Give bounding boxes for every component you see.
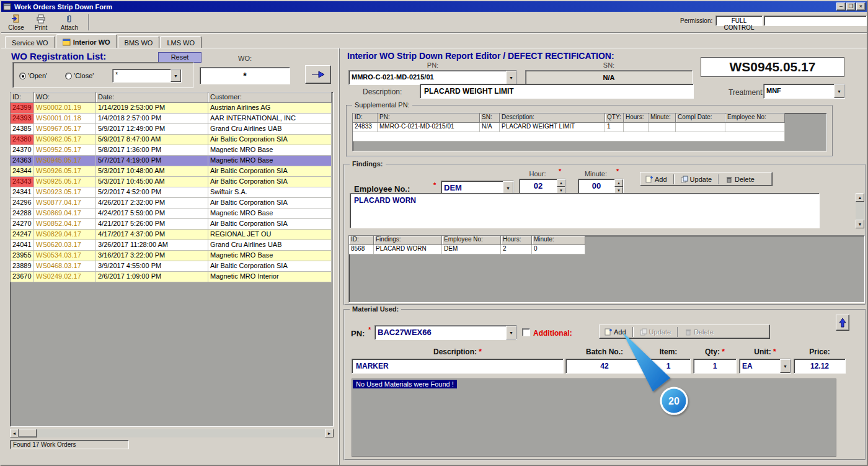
interior-wo-tab-icon bbox=[63, 38, 71, 46]
material-description-field[interactable]: MARKER bbox=[352, 359, 564, 374]
table-row[interactable]: 24833MMRO-C-021-MD-0215/01N/APLACARD WEI… bbox=[353, 123, 826, 132]
column-header[interactable]: Minute: bbox=[649, 114, 676, 123]
table-row[interactable]: 24363WS0945.05.175/7/2017 4:19:00 PMMagn… bbox=[11, 156, 333, 166]
table-row[interactable]: 24341WS0923.05.175/2/2017 4:52:00 PMSwif… bbox=[11, 187, 333, 198]
scroll-right-icon[interactable]: ► bbox=[325, 429, 334, 437]
price-field[interactable]: 12.12 bbox=[794, 359, 846, 374]
qty-field[interactable]: 1 bbox=[693, 359, 737, 374]
table-row[interactable]: 24343WS0925.05.175/3/2017 10:45:00 AMAir… bbox=[11, 177, 333, 187]
radio-open-label: 'Open' bbox=[28, 72, 47, 79]
description-field[interactable]: PLACARD WEIGHT LIMIT bbox=[420, 84, 694, 99]
row-customer: Grand Cru Airlines UAB bbox=[208, 124, 332, 135]
list-filter-combo[interactable]: * ▼ bbox=[112, 69, 182, 83]
column-header[interactable]: Employee No: bbox=[725, 114, 785, 123]
column-header[interactable]: Customer: bbox=[208, 92, 332, 103]
callout-number: 20 bbox=[668, 396, 680, 406]
title-bar[interactable]: Work Orders Strip Down Form – ❐ × bbox=[1, 1, 867, 12]
spin-up-icon[interactable]: ▲ bbox=[557, 179, 565, 187]
row-customer: Grand Cru Airlines UAB bbox=[208, 240, 332, 251]
tab-lms-wo[interactable]: LMS WO bbox=[160, 36, 202, 48]
column-header[interactable]: WO: bbox=[34, 92, 96, 103]
table-row[interactable]: 24270WS0852.04.174/21/2017 5:26:00 PMAir… bbox=[11, 219, 333, 230]
row-id: 24344 bbox=[11, 166, 34, 177]
table-row[interactable]: 24399WS0002.01.191/14/2019 2:53:00 PMAus… bbox=[11, 103, 333, 114]
chevron-down-icon[interactable]: ▼ bbox=[170, 69, 181, 82]
attach-button[interactable]: Attach bbox=[56, 13, 83, 32]
column-header[interactable]: Hours: bbox=[501, 236, 532, 245]
spin-up-icon[interactable]: ▲ bbox=[614, 179, 623, 187]
maximize-button[interactable]: ❐ bbox=[846, 2, 856, 11]
tab-label: Interior WO bbox=[73, 38, 110, 46]
table-row[interactable]: 24385WS0967.05.175/9/2017 12:49:00 PMGra… bbox=[11, 124, 333, 135]
label-text: Description: bbox=[433, 347, 477, 356]
row-wo: WS0829.04.17 bbox=[34, 230, 96, 240]
table-row[interactable]: 24393WS0001.01.181/4/2018 2:57:00 PMAAR … bbox=[11, 114, 333, 124]
pn-combo[interactable]: MMRO-C-021-MD-0215/01 ▼ bbox=[348, 70, 517, 85]
close-button-label: Close bbox=[8, 24, 24, 31]
findings-text-area[interactable]: PLACARD WORN bbox=[350, 193, 820, 228]
table-row[interactable]: 24344WS0926.05.175/3/2017 10:48:00 AMAir… bbox=[11, 166, 333, 177]
scroll-up-icon[interactable]: ▲ bbox=[856, 193, 864, 202]
table-row[interactable]: 24288WS0869.04.174/24/2017 5:59:00 PMMag… bbox=[11, 208, 333, 219]
wo-grid-hscrollbar[interactable]: ◄ ► bbox=[10, 429, 334, 437]
tab-interior-wo[interactable]: Interior WO bbox=[56, 34, 117, 48]
wo-search-input[interactable]: * bbox=[200, 67, 290, 84]
findings-vscrollbar[interactable]: ▲ ▼ bbox=[856, 193, 864, 228]
search-arrow-button[interactable] bbox=[305, 65, 331, 84]
column-header[interactable]: Date: bbox=[96, 92, 208, 103]
scrollbar-track[interactable] bbox=[856, 202, 864, 220]
table-row[interactable]: 23670WS0249.02.172/6/2017 1:09:00 PMMagn… bbox=[11, 272, 333, 282]
collapse-up-button[interactable] bbox=[836, 315, 849, 331]
table-row[interactable]: 24041WS0620.03.173/26/2017 11:28:00 AMGr… bbox=[11, 240, 333, 251]
table-row[interactable]: 24380WS0962.05.175/9/2017 8:47:00 AMAir … bbox=[11, 135, 333, 145]
scrollbar-track[interactable] bbox=[37, 429, 325, 437]
column-header[interactable]: Hours: bbox=[624, 114, 649, 123]
column-header[interactable]: PN: bbox=[378, 114, 480, 123]
scroll-left-icon[interactable]: ◄ bbox=[10, 429, 19, 437]
minimize-button[interactable]: – bbox=[836, 2, 846, 11]
scroll-down-icon[interactable]: ▼ bbox=[856, 220, 864, 228]
column-header[interactable]: ID: bbox=[349, 236, 374, 245]
column-header[interactable]: ID: bbox=[11, 92, 34, 103]
tab-bms-wo[interactable]: BMS WO bbox=[118, 36, 160, 48]
radio-close[interactable]: 'Close' bbox=[65, 72, 94, 79]
table-row[interactable]: 24247WS0829.04.174/17/2017 4:37:00 PMREG… bbox=[11, 230, 333, 240]
table-row[interactable]: 23889WS0468.03.173/9/2017 4:55:00 PMAir … bbox=[11, 261, 333, 272]
chevron-down-icon[interactable]: ▼ bbox=[780, 359, 790, 373]
unit-combo[interactable]: EA ▼ bbox=[739, 359, 791, 374]
column-header[interactable]: SN: bbox=[480, 114, 500, 123]
material-pn-combo[interactable]: BAC27WEX66 ▼ bbox=[374, 325, 517, 340]
row-wo: WS0877.04.17 bbox=[34, 198, 96, 208]
column-header[interactable]: Description: bbox=[500, 114, 605, 123]
column-header[interactable]: Findings: bbox=[374, 236, 442, 245]
chevron-down-icon[interactable]: ▼ bbox=[834, 84, 844, 98]
treatment-combo[interactable]: MNF ▼ bbox=[763, 84, 845, 99]
findings-delete-button[interactable]: Delete bbox=[720, 174, 760, 184]
column-header[interactable]: QTY: bbox=[605, 114, 624, 123]
list-filter-combo-value: * bbox=[113, 69, 170, 82]
table-row[interactable]: 24296WS0877.04.174/26/2017 2:32:00 PMAir… bbox=[11, 198, 333, 208]
supp-table-body: 24833MMRO-C-021-MD-0215/01N/APLACARD WEI… bbox=[353, 123, 826, 132]
minute-value: 00 bbox=[578, 179, 614, 194]
chevron-down-icon[interactable]: ▼ bbox=[506, 326, 516, 339]
close-window-button[interactable]: × bbox=[856, 2, 866, 11]
print-button[interactable]: Print bbox=[30, 13, 52, 32]
description-label: Description: bbox=[363, 87, 402, 96]
reset-button[interactable]: Reset bbox=[158, 52, 202, 63]
scrollbar-thumb[interactable] bbox=[19, 429, 37, 437]
row-date: 3/26/2017 11:28:00 AM bbox=[96, 240, 208, 251]
column-header[interactable]: Employee No: bbox=[442, 236, 501, 245]
tab-service-wo[interactable]: Service WO bbox=[5, 36, 55, 48]
table-row[interactable]: 23955WS0534.03.173/16/2017 3:22:00 PMMag… bbox=[11, 251, 333, 261]
column-header[interactable]: Minute: bbox=[532, 236, 585, 245]
findings-add-button[interactable]: Add bbox=[640, 174, 672, 184]
chevron-down-icon[interactable]: ▼ bbox=[506, 71, 516, 84]
additional-checkbox[interactable] bbox=[522, 328, 530, 336]
column-header[interactable]: Compl Date: bbox=[676, 114, 725, 123]
table-row[interactable]: 24370WS0952.05.175/8/2017 1:36:00 PMMagn… bbox=[11, 145, 333, 156]
close-button[interactable]: Close bbox=[5, 13, 27, 32]
radio-open[interactable]: 'Open' bbox=[19, 72, 47, 79]
findings-update-button[interactable]: Update bbox=[676, 174, 717, 184]
table-row[interactable]: 8568PLACARD WORNDEM20 bbox=[349, 245, 864, 254]
column-header[interactable]: ID: bbox=[353, 114, 378, 123]
